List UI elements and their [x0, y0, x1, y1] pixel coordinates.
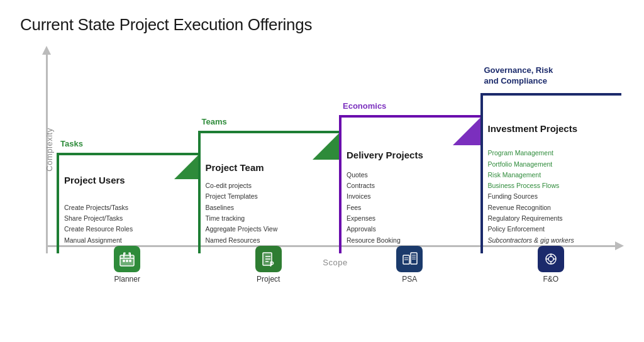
box-title-4: Investment Projects [488, 123, 578, 134]
item-italic: Subcontractors & gig workers [488, 235, 574, 246]
item: Baselines [206, 202, 278, 213]
item: Quotes [347, 170, 401, 180]
item: Manual Assignment [64, 235, 133, 246]
svg-point-4 [126, 260, 128, 262]
item: Time tracking [206, 213, 278, 224]
item: Regulatory Requirements [488, 213, 574, 224]
triangle-2 [313, 133, 339, 160]
svg-point-5 [129, 260, 131, 262]
icon-item-planner: Planner [57, 246, 198, 284]
column-governance: Governance, Riskand Compliance Investmen… [480, 52, 622, 253]
col-header-economics: Economics [343, 101, 386, 111]
item: Approvals [347, 224, 401, 234]
columns-area: Tasks Project Users Create Projects/Task… [57, 46, 621, 253]
box-title-2: Project Team [206, 162, 264, 173]
stair-block-4: Governance, Riskand Compliance Investmen… [480, 52, 622, 253]
svg-point-9 [128, 252, 131, 255]
planner-icon [118, 250, 136, 268]
triangle-3 [453, 118, 480, 145]
fo-icon-box [538, 246, 564, 272]
item-green: Business Process Flows [488, 180, 574, 191]
item: Project Templates [206, 191, 278, 202]
item: Create Projects/Tasks [64, 202, 133, 213]
item: Resource Booking [347, 235, 401, 246]
inner-box-3: Economics Delivery Projects Quotes Contr… [339, 115, 480, 253]
project-icon-box: P [255, 246, 282, 272]
box-items-2: Co-edit projects Project Templates Basel… [206, 180, 278, 246]
stair-block-2: Teams Project Team Co-edit projects Proj… [198, 96, 340, 253]
item: Contracts [347, 180, 401, 191]
icon-item-psa: PSA [339, 246, 480, 284]
planner-icon-box [114, 246, 140, 272]
y-axis: Complexity [39, 46, 54, 253]
column-economics: Economics Delivery Projects Quotes Contr… [339, 68, 480, 253]
item: Funding Sources [488, 191, 574, 202]
item: Invoices [347, 191, 401, 202]
item-green: Risk Management [488, 170, 574, 180]
icons-row: Planner P Project [57, 246, 621, 284]
inner-box-4: Governance, Riskand Compliance Investmen… [480, 93, 622, 253]
item: Share Project/Tasks [64, 213, 133, 224]
box-items-1: Create Projects/Tasks Share Project/Task… [64, 202, 133, 246]
item: Co-edit projects [206, 180, 278, 191]
item: Fees [347, 202, 401, 213]
psa-icon [401, 250, 418, 268]
column-teams: Teams Project Team Co-edit projects Proj… [198, 96, 340, 253]
fo-label: F&O [543, 275, 558, 284]
project-icon: P [260, 250, 277, 268]
stair-block-3: Economics Delivery Projects Quotes Contr… [339, 68, 480, 253]
column-tasks: Tasks Project Users Create Projects/Task… [57, 128, 198, 253]
box-title-3: Delivery Projects [347, 150, 423, 160]
item: Create Resource Roles [64, 224, 133, 234]
col-header-governance: Governance, Riskand Compliance [484, 65, 553, 87]
svg-point-24 [548, 256, 553, 262]
y-axis-label: Complexity [45, 128, 54, 171]
icon-item-fo: F&O [480, 246, 622, 284]
chart-area: Complexity Scope Tasks Project Users Cre… [20, 46, 624, 285]
page-title: Current State Project Execution Offering… [20, 15, 624, 35]
box-title-1: Project Users [64, 175, 125, 185]
fo-icon [542, 250, 560, 268]
svg-rect-17 [411, 253, 417, 264]
inner-box-2: Teams Project Team Co-edit projects Proj… [198, 131, 340, 253]
item-green: Portfolio Management [488, 159, 574, 170]
psa-label: PSA [402, 275, 417, 284]
y-axis-arrow [42, 46, 51, 55]
inner-box-1: Tasks Project Users Create Projects/Task… [57, 153, 198, 253]
svg-point-3 [123, 260, 125, 262]
project-label: Project [257, 275, 280, 284]
item: Aggregate Projects View [206, 224, 278, 234]
triangle-1 [174, 155, 198, 179]
box-items-4: Program Management Portfolio Management … [488, 148, 574, 246]
item: Named Resources [206, 235, 278, 246]
item: Revenue Recognition [488, 202, 574, 213]
col-header-tasks: Tasks [60, 139, 83, 148]
svg-text:P: P [270, 261, 274, 268]
psa-icon-box [396, 246, 423, 272]
svg-point-8 [123, 252, 126, 255]
main-container: Current State Project Execution Offering… [0, 0, 644, 342]
planner-label: Planner [114, 275, 140, 284]
icon-item-project: P Project [198, 246, 340, 284]
box-items-3: Quotes Contracts Invoices Fees Expenses … [347, 170, 401, 246]
item: Policy Enforcement [488, 224, 574, 234]
col-header-teams: Teams [202, 117, 227, 126]
item: Expenses [347, 213, 401, 224]
item-green: Program Management [488, 148, 574, 158]
stair-block-1: Tasks Project Users Create Projects/Task… [57, 128, 198, 253]
